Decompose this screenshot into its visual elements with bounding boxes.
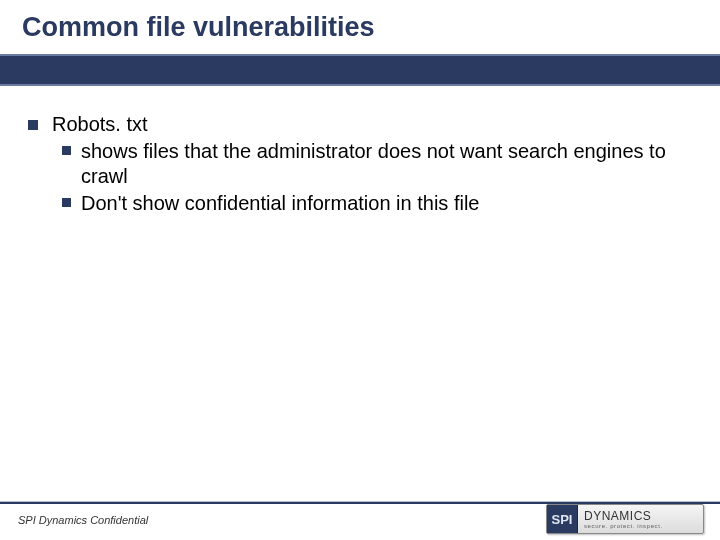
bullet-level2: Don't show confidential information in t… xyxy=(52,191,690,216)
bullet-level1: Robots. txt shows files that the adminis… xyxy=(28,112,690,216)
square-bullet-icon xyxy=(62,198,71,207)
square-bullet-icon xyxy=(28,120,38,130)
company-logo: SPI DYNAMICS secure. protect. inspect. xyxy=(546,504,704,534)
slide: Common file vulnerabilities Robots. txt … xyxy=(0,0,720,540)
footer-confidential: SPI Dynamics Confidential xyxy=(18,514,148,526)
logo-name: DYNAMICS xyxy=(584,510,703,522)
bullet-text: shows files that the administrator does … xyxy=(81,139,690,189)
logo-badge: SPI xyxy=(547,505,578,533)
square-bullet-icon xyxy=(62,146,71,155)
bullet-body: Robots. txt shows files that the adminis… xyxy=(52,112,690,216)
logo-text: DYNAMICS secure. protect. inspect. xyxy=(578,510,703,529)
title-bar xyxy=(0,54,720,86)
bullet-text: Don't show confidential information in t… xyxy=(81,191,690,216)
slide-title: Common file vulnerabilities xyxy=(22,12,375,43)
bullet-level2: shows files that the administrator does … xyxy=(52,139,690,189)
content-area: Robots. txt shows files that the adminis… xyxy=(28,112,690,216)
bullet-text: Robots. txt xyxy=(52,112,690,137)
logo-tagline: secure. protect. inspect. xyxy=(584,523,703,529)
